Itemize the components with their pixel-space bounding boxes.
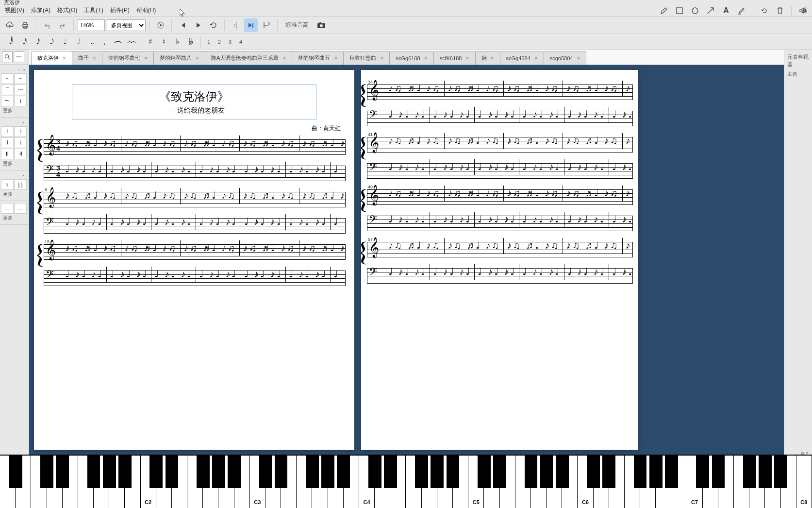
treble-staff[interactable]: 𝄞34♪♫ ♬♩ ♪♫♪♫ ♬♩ ♪♫♪♫ ♬♩ ♪♫♪♫ ♬♩ ♪♫♪♫ ♬♩…: [44, 139, 346, 155]
document-tab[interactable]: scGg4584×: [500, 51, 544, 65]
highlighter-icon[interactable]: [737, 6, 746, 15]
tab-close-icon[interactable]: ×: [143, 55, 149, 62]
palette-item[interactable]: [ ]: [14, 179, 27, 190]
black-key[interactable]: [103, 456, 116, 488]
menu-plugins[interactable]: 插件(P): [107, 5, 133, 16]
staff-system[interactable]: 𝄔49𝄞♪♫ ♬♩ ♪♫♪♫ ♬♩ ♪♫♪♫ ♬♩ ♪♫♪♫ ♬♩ ♪♫♪♫ ♬…: [366, 189, 633, 231]
staff-system[interactable]: 𝄔41𝄞♪♫ ♬♩ ♪♫♪♫ ♬♩ ♪♫♪♫ ♬♩ ♪♫♪♫ ♬♩ ♪♫♪♫ ♬…: [366, 137, 633, 179]
note-whole[interactable]: 𝅝: [84, 35, 97, 48]
black-key[interactable]: [665, 456, 678, 488]
notes[interactable]: ♪♫ ♬♩ ♪♫♪♫ ♬♩ ♪♫♪♫ ♬♩ ♪♫♪♫ ♬♩ ♪♫♪♫ ♬♩ ♪♫…: [388, 237, 631, 261]
print-button[interactable]: [18, 18, 32, 32]
black-key[interactable]: [602, 456, 615, 488]
black-key[interactable]: [87, 456, 100, 488]
pencil-icon[interactable]: [660, 6, 668, 15]
repeat-start-button[interactable]: :|: [229, 18, 242, 32]
loop-button[interactable]: [207, 18, 220, 32]
tab-close-icon[interactable]: ×: [576, 55, 581, 62]
black-key[interactable]: [696, 456, 709, 488]
palette-item[interactable]: ♮: [1, 179, 14, 190]
document-tab[interactable]: 致克洛伊×: [31, 51, 72, 65]
flat-button[interactable]: ♭: [171, 35, 184, 48]
circle-icon[interactable]: [691, 6, 699, 15]
notes[interactable]: ♩ ♪♩ ♪♩♩ ♪♩ ♪♩♩ ♪♩ ♪♩♩ ♪♩ ♪♩♩ ♪♩ ♪♩♩ ♪♩ …: [388, 263, 631, 287]
palette-item[interactable]: 𝄀: [1, 126, 14, 137]
black-key[interactable]: [56, 456, 69, 488]
black-key[interactable]: [197, 456, 210, 488]
bass-staff[interactable]: 𝄢♩ ♪♩ ♪♩♩ ♪♩ ♪♩♩ ♪♩ ♪♩♩ ♪♩ ♪♩♩ ♪♩ ♪♩♩ ♪♩…: [367, 111, 633, 126]
redo-button[interactable]: [56, 18, 69, 32]
notes[interactable]: ♪♫ ♬♩ ♪♫♪♫ ♬♩ ♪♫♪♫ ♬♩ ♪♫♪♫ ♬♩ ♪♫♪♫ ♬♩ ♪♫…: [388, 132, 631, 156]
tie-button[interactable]: [112, 35, 124, 48]
menu-format[interactable]: 格式(O): [54, 5, 80, 16]
notes[interactable]: ♩ ♪♩ ♪♩♩ ♪♩ ♪♩♩ ♪♩ ♪♩♩ ♪♩ ♪♩♩ ♪♩ ♪♩♩ ♪♩ …: [388, 105, 631, 130]
bass-staff[interactable]: 𝄢♩ ♪♩ ♪♩♩ ♪♩ ♪♩♩ ♪♩ ♪♩♩ ♪♩ ♪♩♩ ♪♩ ♪♩♩ ♪♩…: [44, 218, 346, 234]
voice-3[interactable]: 3: [225, 36, 235, 47]
black-key[interactable]: [166, 456, 179, 488]
square-icon[interactable]: [675, 6, 684, 15]
time-signature[interactable]: 34: [56, 165, 60, 177]
notes[interactable]: ♩ ♪♩ ♪♩♩ ♪♩ ♪♩♩ ♪♩ ♪♩♩ ♪♩ ♪♩♩ ♪♩ ♪♩♩ ♪♩ …: [388, 158, 631, 182]
score-title[interactable]: 《致克洛伊》: [82, 89, 306, 104]
bass-staff[interactable]: 𝄢♩ ♪♩ ♪♩♩ ♪♩ ♪♩♩ ♪♩ ♪♩♩ ♪♩ ♪♩♩ ♪♩ ♪♩♩ ♪♩…: [367, 216, 633, 231]
document-tab[interactable]: 曲子×: [72, 51, 102, 65]
black-key[interactable]: [40, 456, 53, 488]
notes[interactable]: ♪♫ ♬♩ ♪♫♪♫ ♬♩ ♪♫♪♫ ♬♩ ♪♫♪♫ ♬♩ ♪♫♪♫ ♬♩ ♪♫…: [388, 184, 631, 208]
document-tab[interactable]: scGg6188×: [389, 51, 433, 65]
document-tab[interactable]: 梦的钢琴曲八×: [153, 51, 205, 65]
palette-item[interactable]: 〰: [14, 85, 27, 95]
black-key[interactable]: [587, 456, 600, 488]
tab-close-icon[interactable]: ×: [92, 55, 97, 62]
palette-item[interactable]: 𝄆: [1, 149, 14, 159]
play-button[interactable]: [191, 18, 205, 32]
black-key[interactable]: [774, 456, 787, 488]
palette-more-button[interactable]: 更多: [1, 214, 28, 222]
notes[interactable]: ♩ ♪♩ ♪♩♩ ♪♩ ♪♩♩ ♪♩ ♪♩♩ ♪♩ ♪♩♩ ♪♩ ♪♩♩ ♪♩ …: [65, 213, 344, 237]
staff-system[interactable]: 𝄔𝄞34♪♫ ♬♩ ♪♫♪♫ ♬♩ ♪♫♪♫ ♬♩ ♪♫♪♫ ♬♩ ♪♫♪♫ ♬…: [43, 139, 346, 181]
black-key[interactable]: [259, 456, 272, 488]
midi-input-button[interactable]: [260, 18, 273, 32]
black-key[interactable]: [540, 456, 553, 488]
document-tab[interactable]: 降A大调悲怆奏鸣曲第三乐章×: [205, 51, 292, 65]
tab-close-icon[interactable]: ×: [333, 55, 338, 62]
score-page-2[interactable]: 𝄔34𝄞♪♫ ♬♩ ♪♫♪♫ ♬♩ ♪♫♪♫ ♬♩ ♪♫♪♫ ♬♩ ♪♫♪♫ ♬…: [361, 70, 638, 450]
time-signature[interactable]: 34: [56, 139, 60, 151]
document-tab[interactable]: 秋收狂想曲×: [343, 51, 390, 65]
palette-item[interactable]: 𝄂: [1, 137, 14, 148]
metronome-button[interactable]: [154, 18, 167, 32]
note-dot[interactable]: .: [98, 35, 111, 48]
double-flat-button[interactable]: 𝄫: [185, 35, 198, 48]
cloud-button[interactable]: [3, 18, 17, 32]
tab-close-icon[interactable]: ×: [490, 55, 495, 62]
notes[interactable]: ♪♫ ♬♩ ♪♫♪♫ ♬♩ ♪♫♪♫ ♬♩ ♪♫♪♫ ♬♩ ♪♫♪♫ ♬♩ ♪♫…: [65, 186, 344, 211]
tab-close-icon[interactable]: ×: [423, 55, 429, 62]
score-composer[interactable]: 曲：黄天虹: [43, 124, 341, 133]
notes[interactable]: ♪♫ ♬♩ ♪♫♪♫ ♬♩ ♪♫♪♫ ♬♩ ♪♫♪♫ ♬♩ ♪♫♪♫ ♬♩ ♪♫…: [388, 79, 631, 103]
palette-more-button[interactable]: 更多: [1, 106, 28, 115]
document-tab[interactable]: scfK6188×: [433, 51, 476, 65]
black-key[interactable]: [493, 456, 506, 488]
notes[interactable]: ♩ ♪♩ ♪♩♩ ♪♩ ♪♩♩ ♪♩ ♪♩♩ ♪♩ ♪♩♩ ♪♩ ♪♩♩ ♪♩ …: [65, 265, 344, 289]
undo-button[interactable]: [40, 18, 54, 32]
treble-staff[interactable]: 𝄞♪♫ ♬♩ ♪♫♪♫ ♬♩ ♪♫♪♫ ♬♩ ♪♫♪♫ ♬♩ ♪♫♪♫ ♬♩ ♪…: [367, 189, 633, 205]
note-16th[interactable]: 𝅘𝅥𝅯: [30, 35, 43, 48]
black-key[interactable]: [447, 456, 460, 488]
score-subtitle[interactable]: ——送给我的老朋友: [82, 106, 306, 115]
palette-item[interactable]: 𝄃: [14, 137, 27, 148]
black-key[interactable]: [649, 456, 663, 488]
palette-ellipsis-button[interactable]: ⋯: [14, 51, 24, 62]
bass-staff[interactable]: 𝄢♩ ♪♩ ♪♩♩ ♪♩ ♪♩♩ ♪♩ ♪♩♩ ♪♩ ♪♩♩ ♪♩ ♪♩♩ ♪♩…: [44, 271, 346, 286]
black-key[interactable]: [556, 456, 569, 488]
rewind-button[interactable]: [176, 18, 189, 32]
natural-button[interactable]: ♮: [158, 35, 170, 48]
treble-staff[interactable]: 𝄞♪♫ ♬♩ ♪♫♪♫ ♬♩ ♪♫♪♫ ♬♩ ♪♫♪♫ ♬♩ ♪♫♪♫ ♬♩ ♪…: [367, 85, 633, 100]
note-half[interactable]: 𝅗𝅥: [71, 35, 83, 48]
bass-staff[interactable]: 𝄢♩ ♪♩ ♪♩♩ ♪♩ ♪♩♩ ♪♩ ♪♩♩ ♪♩ ♪♩♩ ♪♩ ♪♩♩ ♪♩…: [367, 163, 633, 179]
menu-tools[interactable]: 工具(T): [81, 5, 106, 16]
palette-item[interactable]: 𝄇: [14, 149, 27, 159]
black-key[interactable]: [759, 456, 772, 488]
menu-view[interactable]: 视图(V): [2, 5, 27, 16]
text-icon[interactable]: A: [722, 6, 730, 15]
bass-staff[interactable]: 𝄢34♩ ♪♩ ♪♩♩ ♪♩ ♪♩♩ ♪♩ ♪♩♩ ♪♩ ♪♩♩ ♪♩ ♪♩♩ …: [44, 166, 346, 181]
palette-more-button[interactable]: 更多: [1, 190, 28, 199]
